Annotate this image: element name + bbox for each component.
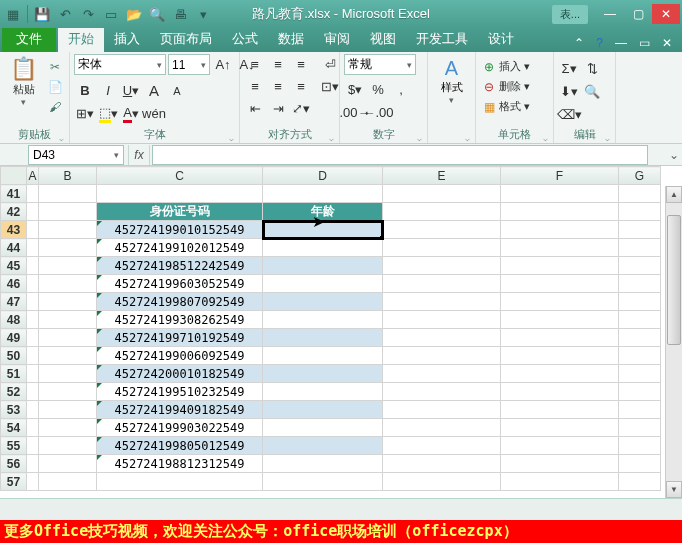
cell[interactable]: 452724199010152549 [97, 221, 263, 239]
doc-min-icon[interactable]: — [611, 34, 631, 52]
tab-design[interactable]: 设计 [478, 26, 524, 52]
italic-button[interactable]: I [97, 80, 119, 101]
cell[interactable] [27, 221, 39, 239]
format-cells-button[interactable]: ▦格式▾ [480, 98, 532, 115]
cell[interactable] [501, 383, 619, 401]
tab-file[interactable]: 文件 [2, 26, 56, 52]
cell[interactable] [39, 203, 97, 221]
cell[interactable]: 452724199409182549 [97, 401, 263, 419]
increase-indent-icon[interactable]: ⇥ [267, 98, 289, 119]
border-button[interactable]: ⊞▾ [74, 103, 96, 124]
row-header[interactable]: 53 [1, 401, 27, 419]
scroll-down-icon[interactable]: ▼ [666, 481, 682, 498]
cell[interactable] [383, 203, 501, 221]
cell[interactable] [27, 347, 39, 365]
tab-formula[interactable]: 公式 [222, 26, 268, 52]
cell[interactable] [263, 311, 383, 329]
cell[interactable]: 452724199805012549 [97, 437, 263, 455]
row-header[interactable]: 56 [1, 455, 27, 473]
percent-icon[interactable]: % [367, 79, 389, 100]
cell[interactable] [27, 383, 39, 401]
cell[interactable] [383, 329, 501, 347]
font-size-combo[interactable]: 11▾ [168, 54, 210, 75]
orientation-icon[interactable]: ⤢▾ [290, 98, 312, 119]
cell[interactable] [383, 239, 501, 257]
comma-icon[interactable]: , [390, 79, 412, 100]
col-header[interactable]: G [619, 167, 661, 185]
cell[interactable] [39, 401, 97, 419]
cell[interactable] [619, 329, 661, 347]
cell[interactable] [383, 347, 501, 365]
cell[interactable] [501, 221, 619, 239]
save-icon[interactable]: 💾 [31, 3, 53, 25]
expand-formula-icon[interactable]: ⌄ [666, 148, 682, 162]
align-top-icon[interactable]: ≡ [244, 54, 266, 75]
cell[interactable] [383, 311, 501, 329]
spreadsheet-grid[interactable]: A B C D E F G 4142身份证号码年龄434527241990101… [0, 166, 682, 498]
cell[interactable] [27, 437, 39, 455]
col-header[interactable]: E [383, 167, 501, 185]
cell[interactable] [27, 455, 39, 473]
cell[interactable]: 452724200010182549 [97, 365, 263, 383]
cell[interactable] [619, 437, 661, 455]
underline-button[interactable]: U▾ [120, 80, 142, 101]
cell[interactable] [39, 347, 97, 365]
cell[interactable] [39, 185, 97, 203]
row-header[interactable]: 54 [1, 419, 27, 437]
row-header[interactable]: 46 [1, 275, 27, 293]
font-big-a[interactable]: A [143, 80, 165, 101]
cell[interactable] [263, 401, 383, 419]
cell[interactable] [263, 455, 383, 473]
row-header[interactable]: 42 [1, 203, 27, 221]
cell[interactable] [263, 419, 383, 437]
tab-layout[interactable]: 页面布局 [150, 26, 222, 52]
cell[interactable] [97, 185, 263, 203]
cell[interactable] [263, 365, 383, 383]
cell[interactable] [263, 185, 383, 203]
cell[interactable] [27, 275, 39, 293]
cell[interactable] [27, 401, 39, 419]
select-all-corner[interactable] [1, 167, 27, 185]
cell[interactable] [383, 257, 501, 275]
align-center-icon[interactable]: ≡ [267, 76, 289, 97]
cell[interactable] [39, 419, 97, 437]
font-name-combo[interactable]: 宋体▾ [74, 54, 166, 75]
cell[interactable] [619, 419, 661, 437]
copy-icon[interactable]: 📄 [45, 78, 65, 96]
tab-review[interactable]: 审阅 [314, 26, 360, 52]
cell[interactable] [383, 473, 501, 491]
tab-data[interactable]: 数据 [268, 26, 314, 52]
cell[interactable] [501, 347, 619, 365]
align-bottom-icon[interactable]: ≡ [290, 54, 312, 75]
cell[interactable] [619, 473, 661, 491]
doc-close-icon[interactable]: ✕ [658, 34, 676, 52]
undo-icon[interactable]: ↶ [54, 3, 76, 25]
cell[interactable] [619, 239, 661, 257]
cell[interactable] [501, 437, 619, 455]
cell[interactable] [619, 455, 661, 473]
row-header[interactable]: 41 [1, 185, 27, 203]
cell[interactable] [27, 311, 39, 329]
cell[interactable] [619, 383, 661, 401]
cell[interactable] [27, 257, 39, 275]
autosum-icon[interactable]: Σ▾ [558, 58, 580, 79]
table-tools-tab[interactable]: 表... [552, 5, 588, 24]
cell[interactable]: 452724199603052549 [97, 275, 263, 293]
cell[interactable] [501, 185, 619, 203]
fill-color-button[interactable]: ⬚▾ [97, 103, 119, 124]
cell[interactable] [501, 311, 619, 329]
cell[interactable] [501, 257, 619, 275]
cell[interactable] [39, 221, 97, 239]
cell[interactable] [263, 329, 383, 347]
cell[interactable] [501, 329, 619, 347]
cell[interactable] [27, 293, 39, 311]
cell[interactable] [619, 293, 661, 311]
cell[interactable] [27, 365, 39, 383]
name-box[interactable]: D43▾ [28, 145, 124, 165]
cell[interactable]: 452724199903022549 [97, 419, 263, 437]
minimize-button[interactable]: — [596, 4, 624, 24]
cell[interactable] [39, 437, 97, 455]
col-header[interactable]: D [263, 167, 383, 185]
cell[interactable]: 年龄 [263, 203, 383, 221]
tab-dev[interactable]: 开发工具 [406, 26, 478, 52]
